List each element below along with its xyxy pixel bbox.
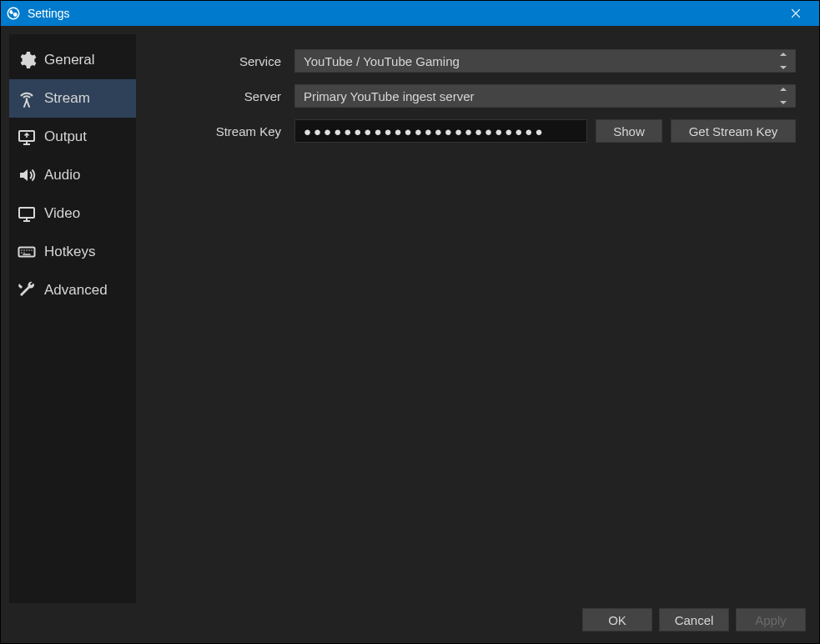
- svg-point-2: [13, 13, 18, 17]
- stream-key-masked: ●●●●●●●●●●●●●●●●●●●●●●●●: [304, 124, 545, 138]
- gear-icon: [16, 49, 38, 71]
- show-button[interactable]: Show: [596, 119, 662, 143]
- client-area: General Stream Output: [1, 26, 819, 643]
- keyboard-icon: [16, 241, 38, 263]
- main-panel: Service YouTube / YouTube Gaming Server …: [144, 34, 811, 603]
- svg-point-3: [12, 9, 14, 12]
- audio-icon: [16, 164, 38, 186]
- service-value: YouTube / YouTube Gaming: [304, 54, 460, 68]
- row-stream-key: Stream Key ●●●●●●●●●●●●●●●●●●●●●●●● Show…: [144, 119, 796, 143]
- row-service: Service YouTube / YouTube Gaming: [144, 49, 796, 73]
- cancel-button[interactable]: Cancel: [659, 608, 729, 631]
- sidebar-item-advanced[interactable]: Advanced: [9, 271, 136, 309]
- sidebar-item-general[interactable]: General: [9, 41, 136, 79]
- window-title: Settings: [28, 7, 779, 20]
- dialog-footer: OK Cancel Apply: [9, 603, 811, 636]
- app-icon: [6, 6, 21, 21]
- sidebar-item-video[interactable]: Video: [9, 194, 136, 233]
- sidebar-item-label: Stream: [44, 90, 90, 107]
- stream-key-controls: ●●●●●●●●●●●●●●●●●●●●●●●● Show Get Stream…: [294, 119, 796, 143]
- monitor-icon: [16, 203, 38, 224]
- spinner-icon: [780, 53, 792, 69]
- stream-key-label: Stream Key: [144, 124, 286, 138]
- sidebar-item-label: Advanced: [44, 282, 108, 299]
- apply-button[interactable]: Apply: [736, 608, 806, 631]
- sidebar: General Stream Output: [9, 34, 136, 603]
- sidebar-item-output[interactable]: Output: [9, 118, 136, 156]
- server-label: Server: [144, 89, 286, 103]
- svg-point-0: [8, 8, 19, 19]
- sidebar-item-label: Output: [44, 128, 87, 145]
- output-icon: [16, 126, 38, 148]
- ok-button[interactable]: OK: [582, 608, 652, 631]
- svg-rect-7: [19, 248, 35, 257]
- sidebar-item-label: Audio: [44, 167, 80, 184]
- row-server: Server Primary YouTube ingest server: [144, 84, 796, 108]
- antenna-icon: [16, 88, 38, 109]
- service-dropdown[interactable]: YouTube / YouTube Gaming: [294, 49, 796, 73]
- server-dropdown[interactable]: Primary YouTube ingest server: [294, 84, 796, 108]
- server-value: Primary YouTube ingest server: [304, 89, 475, 103]
- sidebar-item-stream[interactable]: Stream: [9, 79, 136, 118]
- tools-icon: [16, 279, 38, 301]
- get-stream-key-button[interactable]: Get Stream Key: [671, 119, 796, 143]
- stream-key-input[interactable]: ●●●●●●●●●●●●●●●●●●●●●●●●: [294, 119, 587, 143]
- sidebar-item-hotkeys[interactable]: Hotkeys: [9, 233, 136, 271]
- sidebar-item-label: Hotkeys: [44, 244, 95, 260]
- sidebar-item-audio[interactable]: Audio: [9, 156, 136, 194]
- settings-window: Settings General Stream: [0, 0, 820, 644]
- spinner-icon: [780, 88, 792, 104]
- close-button[interactable]: [779, 1, 812, 26]
- titlebar: Settings: [1, 1, 819, 26]
- svg-rect-6: [19, 208, 34, 218]
- body-row: General Stream Output: [9, 34, 811, 603]
- sidebar-item-label: General: [44, 52, 94, 68]
- service-label: Service: [144, 54, 286, 68]
- sidebar-item-label: Video: [44, 205, 80, 222]
